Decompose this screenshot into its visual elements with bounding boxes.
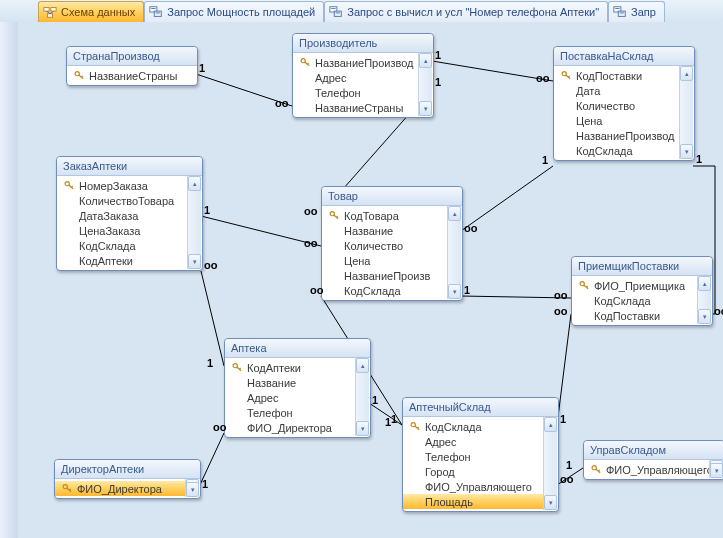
scroll-up-button[interactable]: ▴	[356, 358, 369, 373]
field-row[interactable]: Количество	[322, 238, 448, 253]
scroll-down-button[interactable]: ▾	[680, 144, 693, 159]
field-row[interactable]: КодСклада	[403, 419, 544, 434]
field-row[interactable]: КодСклада	[57, 238, 188, 253]
cardinality-one: 1	[435, 50, 441, 61]
field-row[interactable]: ЦенаЗаказа	[57, 223, 188, 238]
vertical-scrollbar[interactable]: ▴▾	[543, 417, 557, 510]
field-row[interactable]: Адрес	[403, 434, 544, 449]
entity-title[interactable]: ЗаказАптеки	[57, 157, 202, 176]
field-name: Площадь	[425, 496, 473, 508]
field-row[interactable]: Площадь	[403, 494, 544, 509]
field-row[interactable]: Название	[322, 223, 448, 238]
entity-apteka[interactable]: АптекаКодАптекиНазваниеАдресТелефонФИО_Д…	[224, 338, 371, 438]
entity-sklad[interactable]: АптечныйСкладКодСкладаАдресТелефонГородФ…	[402, 397, 559, 512]
vertical-scrollbar[interactable]: ▴▾	[709, 460, 723, 478]
field-row[interactable]: Город	[403, 464, 544, 479]
entity-title[interactable]: УправСкладом	[584, 441, 723, 460]
field-row[interactable]: КодСклада	[554, 143, 680, 158]
entity-title[interactable]: СтранаПроизвод	[67, 47, 197, 66]
entity-title[interactable]: Аптека	[225, 339, 370, 358]
entity-strana[interactable]: СтранаПроизводНазваниеСтраны	[66, 46, 198, 86]
field-row[interactable]: Адрес	[293, 70, 419, 85]
relationship-canvas[interactable]: СтранаПроизводНазваниеСтраныПроизводител…	[18, 22, 723, 538]
cardinality-many: oo	[536, 73, 549, 84]
field-row[interactable]: КодТовара	[322, 208, 448, 223]
field-row[interactable]: КодАптеки	[225, 360, 356, 375]
scroll-down-button[interactable]: ▾	[356, 421, 369, 436]
entity-proizv[interactable]: ПроизводительНазваниеПроизводАдресТелефо…	[292, 33, 434, 118]
document-tab[interactable]: Запрос с вычисл и усл "Номер телефона Ап…	[324, 1, 608, 22]
field-name: КодТовара	[344, 210, 399, 222]
vertical-scrollbar[interactable]: ▴▾	[447, 206, 461, 299]
primary-key-icon	[560, 70, 572, 82]
field-row[interactable]: НазваниеСтраны	[293, 100, 419, 115]
scroll-down-button[interactable]: ▾	[448, 284, 461, 299]
vertical-scrollbar[interactable]: ▴▾	[187, 176, 201, 269]
field-row[interactable]: КодПоставки	[554, 68, 680, 83]
document-tab[interactable]: Запрос Мощность площадей	[144, 1, 324, 22]
entity-title[interactable]: ДиректорАптеки	[55, 460, 200, 479]
field-row[interactable]: НазваниеПроизв	[322, 268, 448, 283]
entity-title[interactable]: ПриемщикПоставки	[572, 257, 712, 276]
field-row[interactable]: Адрес	[225, 390, 356, 405]
field-row[interactable]: Телефон	[403, 449, 544, 464]
entity-title[interactable]: Производитель	[293, 34, 433, 53]
scroll-up-button[interactable]: ▴	[698, 276, 711, 291]
field-name: Количество	[576, 100, 635, 112]
scroll-up-button[interactable]: ▴	[680, 66, 693, 81]
svg-rect-2	[47, 14, 52, 18]
scroll-down-button[interactable]: ▾	[188, 254, 201, 269]
field-row[interactable]: НазваниеПроизвод	[293, 55, 419, 70]
field-row[interactable]: ДатаЗаказа	[57, 208, 188, 223]
chevron-down-icon: ▾	[453, 288, 457, 296]
entity-fields: НазваниеПроизводАдресТелефонНазваниеСтра…	[293, 53, 433, 117]
field-row[interactable]: КодПоставки	[572, 308, 698, 323]
scroll-down-button[interactable]: ▾	[186, 482, 199, 497]
entity-postavka[interactable]: ПоставкаНаСкладКодПоставкиДатаКоличество…	[553, 46, 695, 161]
scroll-up-button[interactable]: ▴	[544, 417, 557, 432]
field-row[interactable]: ФИО_Приемщика	[572, 278, 698, 293]
scroll-up-button[interactable]: ▴	[188, 176, 201, 191]
vertical-scrollbar[interactable]: ▴▾	[185, 479, 199, 497]
field-row[interactable]: Цена	[322, 253, 448, 268]
field-row[interactable]: НомерЗаказа	[57, 178, 188, 193]
field-row[interactable]: КоличествоТовара	[57, 193, 188, 208]
field-row[interactable]: ФИО_Управляющего	[584, 462, 710, 477]
field-row[interactable]: Количество	[554, 98, 680, 113]
entity-title-text: ПриемщикПоставки	[578, 260, 679, 272]
entity-uprav[interactable]: УправСкладомФИО_Управляющего▴▾	[583, 440, 723, 480]
scroll-down-button[interactable]: ▾	[710, 463, 723, 478]
scroll-up-button[interactable]: ▴	[419, 53, 432, 68]
field-row[interactable]: Название	[225, 375, 356, 390]
field-row[interactable]: КодСклада	[572, 293, 698, 308]
field-row[interactable]: ФИО_Директора	[225, 420, 356, 435]
vertical-scrollbar[interactable]: ▴▾	[355, 358, 369, 436]
field-row[interactable]: ФИО_Управляющего	[403, 479, 544, 494]
entity-zakaz[interactable]: ЗаказАптекиНомерЗаказаКоличествоТовараДа…	[56, 156, 203, 271]
field-row[interactable]: КодСклада	[322, 283, 448, 298]
field-row[interactable]: Телефон	[225, 405, 356, 420]
field-row[interactable]: Телефон	[293, 85, 419, 100]
vertical-scrollbar[interactable]: ▴▾	[697, 276, 711, 324]
scroll-down-button[interactable]: ▾	[544, 495, 557, 510]
field-row[interactable]: НазваниеСтраны	[67, 68, 197, 83]
entity-director[interactable]: ДиректорАптекиФИО_Директора▴▾	[54, 459, 201, 499]
vertical-scrollbar[interactable]: ▴▾	[418, 53, 432, 116]
scroll-down-button[interactable]: ▾	[698, 309, 711, 324]
document-tab[interactable]: Схема данных	[38, 1, 144, 22]
entity-title[interactable]: Товар	[322, 187, 462, 206]
entity-title[interactable]: АптечныйСклад	[403, 398, 558, 417]
field-row[interactable]: НазваниеПроизвод	[554, 128, 680, 143]
field-row[interactable]: КодАптеки	[57, 253, 188, 268]
entity-priem[interactable]: ПриемщикПоставкиФИО_ПриемщикаКодСкладаКо…	[571, 256, 713, 326]
field-row[interactable]: ФИО_Директора	[55, 481, 186, 496]
svg-line-25	[201, 271, 224, 366]
entity-title[interactable]: ПоставкаНаСклад	[554, 47, 694, 66]
scroll-down-button[interactable]: ▾	[419, 101, 432, 116]
document-tab[interactable]: Запр	[608, 1, 665, 22]
scroll-up-button[interactable]: ▴	[448, 206, 461, 221]
field-row[interactable]: Дата	[554, 83, 680, 98]
entity-tovar[interactable]: ТоварКодТовараНазваниеКоличествоЦенаНазв…	[321, 186, 463, 301]
field-row[interactable]: Цена	[554, 113, 680, 128]
vertical-scrollbar[interactable]: ▴▾	[679, 66, 693, 159]
